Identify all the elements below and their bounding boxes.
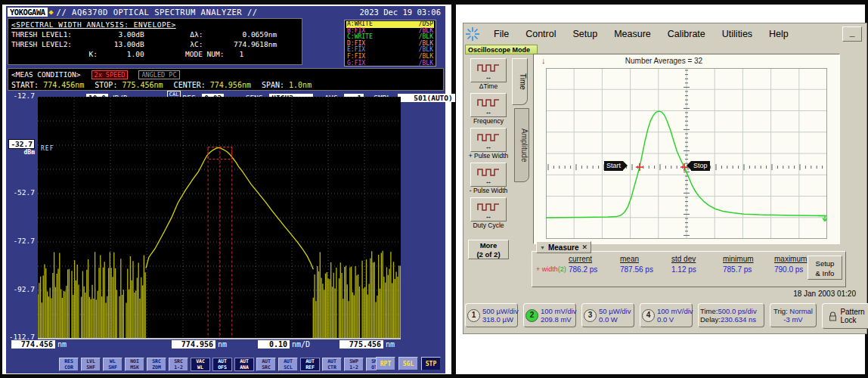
mode-num-value: 1: [228, 49, 243, 59]
setup-info-button[interactable]: Setup & Info: [808, 256, 842, 280]
delay-value: 230.634 ns: [721, 315, 756, 324]
frame-bottom: [0, 374, 868, 378]
runkey-stp[interactable]: STP: [421, 357, 441, 370]
measure-tab[interactable]: ▼ Measure ✕: [536, 241, 591, 253]
softkey-vac-wl[interactable]: VACWL: [191, 358, 210, 371]
frame-divider: [451, 0, 456, 378]
runkey-rpt[interactable]: RPT: [376, 357, 395, 370]
scope-sidebar: ↔ΔTime↔Frequency↔+ Pulse Width↔- Pulse W…: [467, 58, 510, 259]
ref-level-readout[interactable]: -32.7dBm: [8, 140, 35, 156]
yokogawa-diamond-icon: ◆: [49, 8, 54, 16]
stop-marker[interactable]: Stop: [691, 161, 710, 171]
channel-1-button[interactable]: 1500 µW/div318.0 µW: [465, 303, 518, 327]
k-value: 1.00: [102, 49, 144, 59]
start-value[interactable]: 774.456nm: [43, 81, 84, 89]
menu-calibrate[interactable]: Calibrate: [668, 29, 705, 39]
sidebar-item---pulse-width: ↔- Pulse Width: [467, 163, 510, 194]
softkey-src-zom[interactable]: SRCZOM: [147, 358, 166, 371]
k-label: K:: [11, 49, 98, 59]
channel-2-scale: 100 mV/div209.8 mV: [541, 307, 577, 324]
menu-control[interactable]: Control: [525, 29, 556, 39]
measure-button---pulse-width[interactable]: ↔: [470, 128, 507, 152]
softkey-src-1-2[interactable]: SRC1-2: [169, 358, 188, 371]
menu-file[interactable]: File: [494, 29, 509, 39]
channel-4-button[interactable]: 4100 mV/div0.0 V: [640, 303, 693, 327]
measure-button-frequency[interactable]: ↔: [470, 93, 507, 117]
y-label-3: -72.7: [0, 237, 35, 245]
ref-level-unit: dBm: [8, 149, 35, 156]
sidebar-button-label: Frequency: [467, 118, 510, 125]
stop-value[interactable]: 775.456nm: [122, 81, 163, 89]
more-button[interactable]: More(2 of 2): [468, 240, 509, 259]
x-start-value[interactable]: 774.456: [11, 340, 55, 349]
softkey-aut-scl[interactable]: AUTSCL: [278, 358, 298, 371]
span-value[interactable]: 1.0nm: [289, 81, 312, 89]
tab-time[interactable]: Time: [512, 58, 528, 105]
menu-utilities[interactable]: Utilities: [722, 29, 752, 39]
x-stop-value[interactable]: 775.456: [339, 340, 383, 349]
measure-header: current: [569, 255, 618, 263]
osa-titlebar: YOKOGAWA ◆ // AQ6370D OPTICAL SPECTRUM A…: [6, 6, 445, 17]
softkey-lvl-shf[interactable]: LVLSHF: [81, 358, 101, 371]
channel-1-indicator: 1: [467, 309, 480, 322]
measure-panel: + width(2) current786.2 psmean787.56 pss…: [532, 251, 846, 287]
time-value: 500.0 ps/div: [718, 307, 756, 315]
sidebar-button-label: Duty Cycle: [467, 222, 510, 229]
center-label: CENTER:: [174, 81, 206, 89]
pattern-label-2: Lock: [840, 316, 856, 324]
setup-line2: & Info: [816, 269, 835, 277]
delta-lambda-value: 0.0659nm: [207, 29, 277, 39]
minimize-button[interactable]: _: [842, 26, 862, 42]
channel-3-button[interactable]: 350 µW/div0.0 W: [581, 303, 634, 327]
menu-setup[interactable]: Setup: [572, 29, 597, 39]
scope-plot-panel: ↓ Number Averages = 32: [533, 54, 840, 244]
sidebar-item---pulse-width: ↔+ Pulse Width: [467, 128, 510, 160]
softkey-wl-shf[interactable]: WLSHF: [103, 358, 122, 371]
measure-value: 1.12 ps: [671, 265, 721, 274]
collapse-icon[interactable]: ▼: [540, 245, 545, 250]
pattern-lock-button[interactable]: PatternLock: [822, 303, 868, 329]
y-label-2: -52.7: [0, 188, 35, 197]
softkey-aut-ana[interactable]: AUTANA: [234, 358, 254, 371]
pattern-label-1: Pattern: [840, 308, 864, 316]
timebase-button[interactable]: Time:500.0 ps/div Delay:230.634 ns: [698, 303, 764, 327]
measure-button-duty-cycle[interactable]: ↔: [470, 197, 507, 222]
start-marker[interactable]: Start: [604, 161, 623, 171]
measure-button--time[interactable]: ↔: [470, 58, 507, 82]
menu-measure[interactable]: Measure: [614, 29, 651, 39]
osa-run-keys: RPTSGLSTP: [376, 357, 441, 370]
softkey-aut-ref[interactable]: AUTREF: [300, 358, 320, 371]
softkey-swp-1-2[interactable]: SWP1-2: [344, 358, 364, 371]
measure-row-label[interactable]: + width(2): [536, 265, 566, 273]
softkey-noi-msk[interactable]: NOIMSK: [125, 358, 144, 371]
oscilloscope-mode-selector[interactable]: Oscilloscope Mode: [465, 45, 538, 54]
tab-amplitude[interactable]: Amplitude: [514, 108, 529, 182]
scope-menubar: FileControlSetupMeasureCalibrateUtilitie…: [465, 25, 844, 43]
softkey-aut-ofs[interactable]: AUTOFS: [212, 358, 232, 371]
menu-help[interactable]: Help: [769, 29, 789, 39]
measure-header: std dev: [671, 255, 721, 263]
osa-screen: YOKOGAWA ◆ // AQ6370D OPTICAL SPECTRUM A…: [6, 6, 445, 373]
time-label: Time:: [700, 307, 718, 315]
delta-lambda-label: Δλ:: [148, 29, 203, 39]
softkey-aut-src[interactable]: AUTSRC: [256, 358, 276, 371]
channel-2-button[interactable]: 2100 mV/div209.8 mV: [523, 303, 576, 327]
center-value[interactable]: 774.956nm: [210, 81, 251, 89]
osa-plot-area: [38, 97, 401, 339]
measure-button---pulse-width[interactable]: ↔: [470, 163, 507, 187]
agilent-logo-icon: [465, 26, 480, 42]
softkey-aut-ctr[interactable]: AUTCTR: [322, 358, 342, 371]
trace-status-row[interactable]: G:FIX/BLK: [346, 60, 434, 67]
osa-plot-svg: [38, 97, 401, 339]
analysis-row-3: K: 1.00 MODE NUM: 1: [11, 49, 299, 59]
thresh1-label: THRESH LEVEL1:: [11, 29, 98, 39]
x-scale-value[interactable]: 0.10: [258, 340, 290, 349]
mode-num-label: MODE NUM:: [148, 49, 224, 59]
runkey-sgl[interactable]: SGL: [398, 357, 418, 370]
channel-buttons: 1500 µW/div318.0 µW2100 mV/div209.8 mV35…: [465, 303, 693, 329]
smpl-value[interactable]: 501(AUTO): [398, 94, 455, 102]
x-center-value[interactable]: 774.956: [172, 340, 215, 349]
trigger-button[interactable]: Trig: Normal -3 mV: [770, 303, 817, 327]
close-icon[interactable]: ✕: [582, 243, 588, 251]
softkey-res-cor[interactable]: RESCOR: [59, 358, 79, 371]
